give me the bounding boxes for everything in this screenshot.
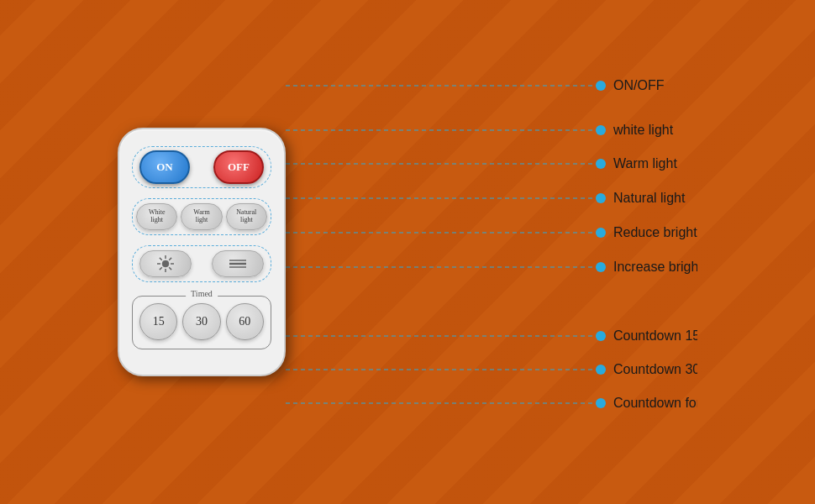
on-off-wrapper: ON OFF xyxy=(132,146,271,188)
remote-control: ON OFF Whitelight Warmlight Naturallight xyxy=(118,128,286,376)
svg-point-13 xyxy=(596,81,606,91)
svg-point-15 xyxy=(596,125,606,135)
natural-light-button[interactable]: Naturallight xyxy=(226,203,267,230)
reduce-brightness-button[interactable] xyxy=(212,250,264,277)
svg-point-0 xyxy=(162,260,169,267)
white-light-label: Whitelight xyxy=(149,209,166,224)
label-increase-brightness: Increase brightness xyxy=(613,260,697,274)
off-label: OFF xyxy=(228,160,250,174)
svg-point-23 xyxy=(596,262,606,272)
svg-line-7 xyxy=(169,258,171,260)
timer-60-label: 60 xyxy=(239,315,250,328)
svg-point-29 xyxy=(596,398,606,408)
svg-point-19 xyxy=(596,193,606,203)
label-countdown-60: Countdown for one hour xyxy=(613,396,697,410)
white-light-button[interactable]: Whitelight xyxy=(136,203,177,230)
brightness-row xyxy=(132,245,271,282)
label-countdown-15: Countdown 15 minutes xyxy=(613,328,697,343)
svg-point-27 xyxy=(596,365,606,375)
on-label: ON xyxy=(156,160,173,174)
svg-line-6 xyxy=(169,267,171,270)
label-warm-light: Warm light xyxy=(613,156,677,171)
label-white-light: white light xyxy=(613,123,674,137)
timed-section: Timed 15 30 60 xyxy=(132,296,271,349)
svg-point-17 xyxy=(596,159,606,169)
light-mode-row: Whitelight Warmlight Naturallight xyxy=(132,198,271,235)
label-natural-light: Natural light xyxy=(613,191,686,205)
timed-label: Timed xyxy=(186,289,218,298)
off-button[interactable]: OFF xyxy=(213,150,264,184)
svg-line-5 xyxy=(160,258,162,260)
remote-body: ON OFF Whitelight Warmlight Naturallight xyxy=(118,128,286,376)
on-button[interactable]: ON xyxy=(139,150,190,184)
timer-15-button[interactable]: 15 xyxy=(139,303,177,340)
connector-svg: ON/OFF white light Warm light Natural li… xyxy=(277,34,697,470)
warm-light-button[interactable]: Warmlight xyxy=(181,203,222,230)
svg-point-21 xyxy=(596,228,606,238)
sun-icon xyxy=(155,254,176,274)
timer-60-button[interactable]: 60 xyxy=(226,303,264,340)
natural-light-label: Naturallight xyxy=(236,209,256,224)
timer-30-button[interactable]: 30 xyxy=(182,303,220,340)
label-on-off: ON/OFF xyxy=(613,78,665,92)
warm-light-label: Warmlight xyxy=(193,209,209,224)
increase-brightness-button[interactable] xyxy=(139,250,192,277)
timer-30-label: 30 xyxy=(196,315,208,328)
timer-15-label: 15 xyxy=(153,315,165,328)
timed-buttons: 15 30 60 xyxy=(139,303,264,340)
minus-icon xyxy=(228,257,248,270)
svg-line-8 xyxy=(160,267,162,270)
main-layout: ON OFF Whitelight Warmlight Naturallight xyxy=(118,34,697,470)
label-reduce-brightness: Reduce brightness xyxy=(613,225,697,239)
svg-point-25 xyxy=(596,331,606,341)
label-countdown-30: Countdown 30 minutes xyxy=(613,362,697,376)
